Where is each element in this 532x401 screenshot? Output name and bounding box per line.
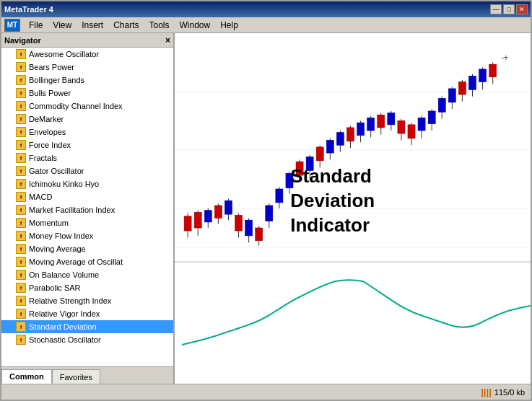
nav-item-label: DeMarker xyxy=(29,115,64,123)
navigator-list[interactable]: fAwesome OscillatorfBears PowerfBollinge… xyxy=(1,48,173,366)
nav-item[interactable]: fRelative Vigor Index xyxy=(1,307,173,320)
nav-item-label: Relative Strength Index xyxy=(29,296,111,305)
nav-item[interactable]: fAwesome Oscillator xyxy=(1,48,173,61)
menu-bar: MT File View Insert Charts Tools Window … xyxy=(1,17,531,33)
nav-item-label: Bollinger Bands xyxy=(29,76,84,84)
nav-item-label: Relative Vigor Index xyxy=(29,309,100,318)
navigator-close-button[interactable]: × xyxy=(165,35,170,45)
maximize-button[interactable]: □ xyxy=(503,4,515,14)
svg-rect-52 xyxy=(408,125,415,138)
nav-item[interactable]: fIchimoku Kinko Hyo xyxy=(1,177,173,190)
nav-item-icon: f xyxy=(16,127,26,137)
nav-item-label: Moving Average xyxy=(29,244,86,253)
nav-item[interactable]: fCommodity Channel Index xyxy=(1,100,173,113)
nav-item-label: Standard Deviation xyxy=(29,322,97,331)
svg-rect-64 xyxy=(468,76,476,89)
nav-item-icon: f xyxy=(16,49,26,59)
nav-item[interactable]: fForce Index xyxy=(1,138,173,151)
svg-rect-30 xyxy=(296,162,303,175)
nav-tab-favorites[interactable]: Favorites xyxy=(52,369,100,384)
svg-rect-32 xyxy=(306,157,313,170)
indicator-bars-icon: |||| xyxy=(481,387,492,397)
nav-item-label: Ichimoku Kinko Hyo xyxy=(29,180,99,188)
svg-rect-54 xyxy=(418,118,425,131)
nav-item[interactable]: fMarket Facilitation Index xyxy=(1,203,173,216)
navigator-title: Navigator xyxy=(4,36,41,45)
nav-item[interactable]: fMoving Average of Oscillat xyxy=(1,255,173,268)
menu-file[interactable]: File xyxy=(25,19,47,32)
close-button[interactable]: ✕ xyxy=(516,4,528,14)
nav-item-icon: f xyxy=(16,153,26,163)
svg-rect-26 xyxy=(276,189,283,203)
nav-item-label: MACD xyxy=(29,193,52,201)
nav-item[interactable]: fParabolic SAR xyxy=(1,281,173,294)
navigator-tabs: CommonFavorites xyxy=(1,366,173,384)
menu-charts[interactable]: Charts xyxy=(109,19,143,32)
nav-item-icon: f xyxy=(16,257,26,267)
nav-item-icon: f xyxy=(16,283,26,293)
svg-rect-34 xyxy=(316,147,323,161)
svg-rect-38 xyxy=(336,133,344,146)
nav-item-label: Fractals xyxy=(29,154,57,162)
nav-item-icon: f xyxy=(16,335,26,345)
menu-insert[interactable]: Insert xyxy=(77,19,108,32)
nav-item[interactable]: fFractals xyxy=(1,151,173,164)
title-bar-controls: — □ ✕ xyxy=(490,4,528,14)
nav-item-label: Force Index xyxy=(29,141,71,149)
nav-item-icon: f xyxy=(16,192,26,202)
svg-rect-28 xyxy=(286,173,293,188)
nav-item[interactable]: fGator Oscillator xyxy=(1,164,173,177)
nav-item-icon: f xyxy=(16,166,26,176)
nav-item-icon: f xyxy=(16,296,26,306)
nav-item-icon: f xyxy=(16,62,26,72)
nav-item-icon: f xyxy=(16,244,26,254)
svg-rect-14 xyxy=(214,206,222,219)
menu-help[interactable]: Help xyxy=(216,19,243,32)
nav-item[interactable]: fEnvelopes xyxy=(1,125,173,138)
svg-rect-44 xyxy=(367,118,375,131)
svg-rect-58 xyxy=(438,98,445,112)
nav-item[interactable]: fBollinger Bands xyxy=(1,74,173,87)
menu-window[interactable]: Window xyxy=(175,19,215,32)
menu-view[interactable]: View xyxy=(48,19,76,32)
nav-item-label: Awesome Oscillator xyxy=(29,50,99,58)
nav-item-icon: f xyxy=(16,114,26,124)
svg-rect-42 xyxy=(357,123,365,136)
chart-area: -+ Standard Deviation Indicator xyxy=(175,33,531,384)
nav-item[interactable]: fRelative Strength Index xyxy=(1,294,173,307)
nav-item[interactable]: fBears Power xyxy=(1,61,173,74)
navigator-panel: Navigator × fAwesome OscillatorfBears Po… xyxy=(1,33,175,384)
nav-item[interactable]: fStochastic Oscillator xyxy=(1,333,173,346)
svg-rect-10 xyxy=(194,212,201,228)
menu-tools[interactable]: Tools xyxy=(145,19,174,32)
nav-item-label: On Balance Volume xyxy=(29,270,99,279)
nav-item[interactable]: fMACD xyxy=(1,190,173,203)
nav-item[interactable]: fMoving Average xyxy=(1,242,173,255)
svg-rect-50 xyxy=(398,121,405,134)
svg-rect-12 xyxy=(204,211,212,222)
nav-item-icon: f xyxy=(16,270,26,280)
nav-tab-common[interactable]: Common xyxy=(1,369,52,384)
nav-item[interactable]: fStandard Deviation xyxy=(1,320,173,333)
nav-item[interactable]: fMoney Flow Index xyxy=(1,229,173,242)
nav-item[interactable]: fBulls Power xyxy=(1,87,173,100)
svg-text:-+: -+ xyxy=(502,51,508,63)
nav-item-label: Moving Average of Oscillat xyxy=(29,257,123,266)
svg-rect-60 xyxy=(448,89,455,102)
svg-rect-62 xyxy=(458,82,466,95)
chart-canvas: -+ Standard Deviation Indicator xyxy=(175,33,531,384)
nav-item-icon: f xyxy=(16,140,26,150)
status-bar: |||| 115/0 kb xyxy=(1,384,531,400)
nav-item-label: Gator Oscillator xyxy=(29,167,84,175)
nav-item[interactable]: fMomentum xyxy=(1,216,173,229)
minimize-button[interactable]: — xyxy=(490,4,502,14)
nav-item[interactable]: fOn Balance Volume xyxy=(1,268,173,281)
nav-item-label: Parabolic SAR xyxy=(29,283,81,292)
nav-item-icon: f xyxy=(16,88,26,98)
app-icon: MT xyxy=(4,19,20,32)
svg-rect-16 xyxy=(224,200,232,214)
nav-item-label: Market Facilitation Index xyxy=(29,206,115,214)
navigator-header: Navigator × xyxy=(1,33,173,48)
nav-item[interactable]: fDeMarker xyxy=(1,113,173,125)
main-window: MetaTrader 4 — □ ✕ MT File View Insert C… xyxy=(0,0,532,401)
